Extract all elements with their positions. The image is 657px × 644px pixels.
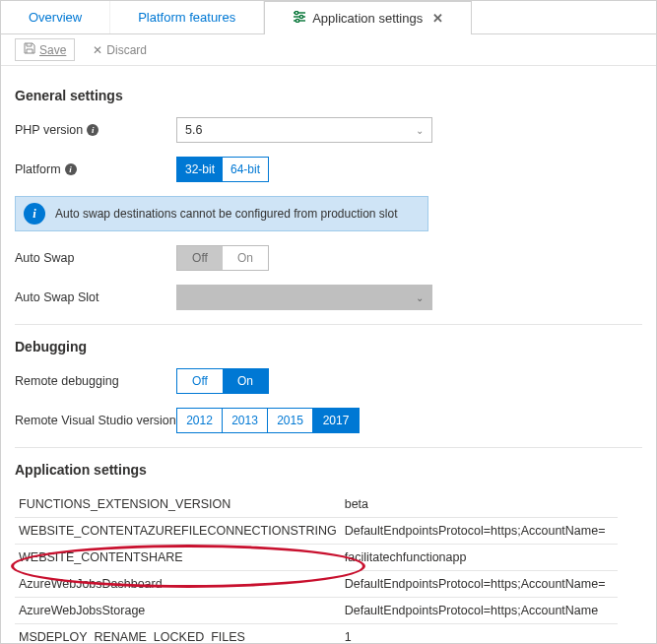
setting-value: 1 <box>341 624 618 645</box>
label-platform: Platform i <box>15 162 176 176</box>
toolbar: Save ✕ Discard <box>1 34 656 66</box>
setting-key: WEBSITE_CONTENTSHARE <box>15 545 341 571</box>
autoswap-info-banner: i Auto swap destinations cannot be confi… <box>15 196 428 231</box>
tab-label: Application settings <box>312 11 423 26</box>
tab-platform-features[interactable]: Platform features <box>110 1 264 33</box>
setting-value: DefaultEndpointsProtocol=https;AccountNa… <box>341 571 618 598</box>
auto-swap-off-button[interactable]: Off <box>177 246 223 270</box>
vs-2013-button[interactable]: 2013 <box>223 409 268 432</box>
row-auto-swap-slot: Auto Swap Slot ⌄ <box>15 285 642 310</box>
info-icon[interactable]: i <box>65 163 77 175</box>
vs-2017-button[interactable]: 2017 <box>313 409 359 432</box>
table-row[interactable]: WEBSITE_CONTENTAZUREFILECONNECTIONSTRING… <box>15 518 618 545</box>
auto-swap-toggle: Off On <box>176 245 269 271</box>
tab-label: Overview <box>29 10 82 25</box>
platform-64bit-button[interactable]: 64-bit <box>223 158 268 181</box>
platform-32bit-button[interactable]: 32-bit <box>177 158 223 181</box>
select-value: 5.6 <box>185 123 202 137</box>
tab-label: Platform features <box>138 10 235 25</box>
save-label: Save <box>39 43 66 57</box>
table-row[interactable]: AzureWebJobsStorageDefaultEndpointsProto… <box>15 598 618 624</box>
auto-swap-slot-select: ⌄ <box>176 285 432 310</box>
discard-button[interactable]: ✕ Discard <box>93 43 147 57</box>
save-button[interactable]: Save <box>15 38 75 61</box>
vs-version-group: 2012 2013 2015 2017 <box>176 408 360 433</box>
chevron-down-icon: ⌄ <box>416 125 424 136</box>
setting-key: MSDEPLOY_RENAME_LOCKED_FILES <box>15 624 341 645</box>
info-banner-text: Auto swap destinations cannot be configu… <box>55 207 398 221</box>
setting-value: facilitatechfunctionapp <box>341 545 618 571</box>
svg-point-3 <box>300 15 303 18</box>
row-remote-debugging: Remote debugging Off On <box>15 368 642 394</box>
tab-application-settings[interactable]: Application settings ✕ <box>264 1 472 34</box>
label-auto-swap-slot: Auto Swap Slot <box>15 290 176 304</box>
tab-bar: Overview Platform features Application s… <box>1 1 656 34</box>
close-icon[interactable]: ✕ <box>432 11 443 26</box>
vs-2015-button[interactable]: 2015 <box>268 409 313 432</box>
setting-value: DefaultEndpointsProtocol=https;AccountNa… <box>341 518 618 545</box>
table-row[interactable]: AzureWebJobsDashboardDefaultEndpointsPro… <box>15 571 618 598</box>
label-remote-vs-version: Remote Visual Studio version <box>15 414 176 427</box>
settings-sliders-icon <box>293 11 306 26</box>
discard-label: Discard <box>106 43 147 57</box>
remote-debug-on-button[interactable]: On <box>223 369 268 393</box>
platform-toggle: 32-bit 64-bit <box>176 157 269 182</box>
settings-table: FUNCTIONS_EXTENSION_VERSIONbetaWEBSITE_C… <box>15 491 618 644</box>
vs-2012-button[interactable]: 2012 <box>177 409 223 432</box>
remote-debug-off-button[interactable]: Off <box>177 369 223 393</box>
content: General settings PHP version i 5.6 ⌄ Pla… <box>1 66 656 644</box>
row-remote-vs-version: Remote Visual Studio version 2012 2013 2… <box>15 408 642 433</box>
setting-key: WEBSITE_CONTENTAZUREFILECONNECTIONSTRING <box>15 518 341 545</box>
remote-debug-toggle: Off On <box>176 368 269 394</box>
section-general-title: General settings <box>15 88 642 103</box>
table-row[interactable]: MSDEPLOY_RENAME_LOCKED_FILES1 <box>15 624 618 645</box>
setting-key: AzureWebJobsDashboard <box>15 571 341 598</box>
row-auto-swap: Auto Swap Off On <box>15 245 642 271</box>
setting-value: beta <box>341 491 618 518</box>
row-platform: Platform i 32-bit 64-bit <box>15 157 642 182</box>
table-row[interactable]: WEBSITE_CONTENTSHAREfacilitatechfunction… <box>15 545 618 571</box>
svg-point-5 <box>296 19 299 22</box>
svg-point-1 <box>296 11 298 14</box>
row-php-version: PHP version i 5.6 ⌄ <box>15 117 642 143</box>
tab-overview[interactable]: Overview <box>1 1 110 33</box>
php-version-select[interactable]: 5.6 ⌄ <box>176 117 432 143</box>
info-icon: i <box>24 203 45 225</box>
label-php-version: PHP version i <box>15 123 176 137</box>
auto-swap-on-button[interactable]: On <box>223 246 268 270</box>
setting-key: FUNCTIONS_EXTENSION_VERSION <box>15 491 341 518</box>
setting-value: DefaultEndpointsProtocol=https;AccountNa… <box>341 598 618 624</box>
setting-key: AzureWebJobsStorage <box>15 598 341 624</box>
chevron-down-icon: ⌄ <box>416 292 424 303</box>
section-appsettings-title: Application settings <box>15 462 642 478</box>
save-icon <box>24 42 35 57</box>
label-auto-swap: Auto Swap <box>15 251 176 265</box>
info-icon[interactable]: i <box>87 124 99 136</box>
close-icon: ✕ <box>93 43 102 57</box>
section-debugging-title: Debugging <box>15 339 642 354</box>
label-remote-debugging: Remote debugging <box>15 374 176 388</box>
table-row[interactable]: FUNCTIONS_EXTENSION_VERSIONbeta <box>15 491 618 518</box>
